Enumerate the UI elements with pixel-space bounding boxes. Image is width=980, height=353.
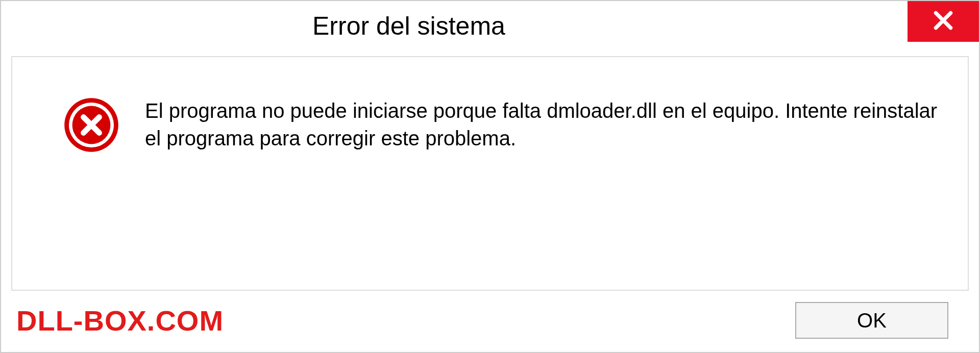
titlebar: Error del sistema	[1, 1, 979, 52]
error-icon	[63, 97, 119, 153]
footer: DLL-BOX.COM OK	[1, 291, 979, 352]
ok-button[interactable]: OK	[795, 302, 948, 339]
close-button[interactable]	[908, 1, 979, 42]
close-icon	[930, 8, 956, 35]
error-message: El programa no puede iniciarse porque fa…	[145, 93, 952, 152]
dialog-title: Error del sistema	[312, 11, 505, 41]
error-dialog: Error del sistema El programa no puede i…	[0, 0, 980, 353]
content-area: El programa no puede iniciarse porque fa…	[11, 56, 969, 291]
watermark-text: DLL-BOX.COM	[16, 304, 224, 337]
